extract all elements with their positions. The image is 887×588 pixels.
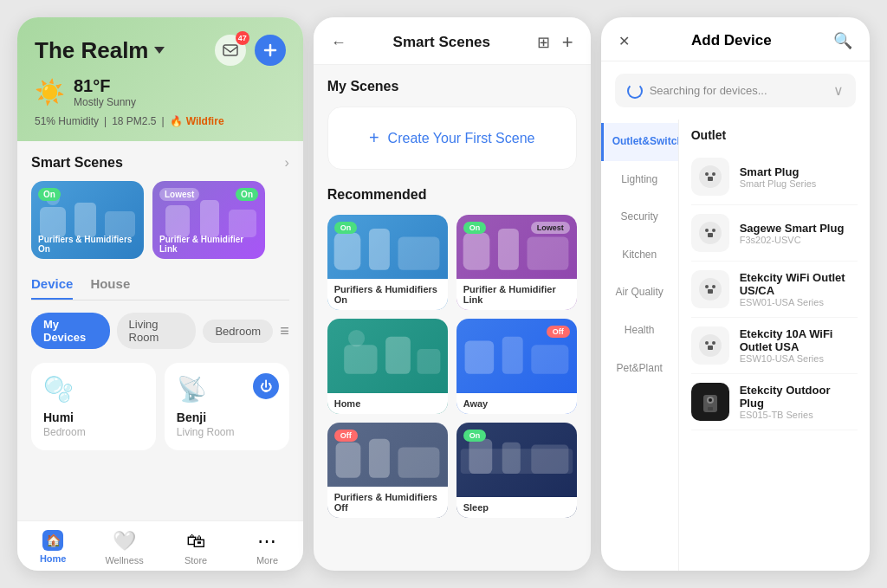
device-list-item-smart-plug[interactable]: Smart Plug Smart Plug Series <box>691 149 858 205</box>
category-air-quality[interactable]: Air Quality <box>601 274 678 312</box>
mail-badge: 47 <box>236 31 249 45</box>
device-list-item-sagewe[interactable]: Sagewe Smart Plug F3s202-USVC <box>691 205 858 262</box>
device-search-button[interactable]: 🔍 <box>833 31 852 50</box>
scene-tag-lowest: Lowest <box>159 188 199 201</box>
nav-more[interactable]: ⋯ More <box>231 530 302 565</box>
scene-thumb-away[interactable]: Off Away <box>456 319 577 414</box>
svg-point-34 <box>705 229 709 232</box>
category-sidebar: Outlet&Switch Lighting Security Kitchen … <box>601 120 679 571</box>
filter-menu-icon[interactable]: ≡ <box>280 322 289 340</box>
svg-point-31 <box>712 172 715 176</box>
svg-rect-15 <box>344 345 377 374</box>
device-etekcity-10a-sub: ESW10-USA Series <box>740 353 858 364</box>
svg-rect-12 <box>463 233 489 270</box>
category-health[interactable]: Health <box>601 312 678 350</box>
create-scene-card[interactable]: + Create Your First Scene <box>327 107 577 170</box>
device-list: Outlet Smart Plug Smart Plug Series <box>679 120 870 571</box>
scenes-arrow-icon[interactable]: › <box>284 155 288 171</box>
scenes-scroll: On Purifiers & Humidifiers On Lowest On … <box>31 181 289 259</box>
scenes-add-icon[interactable]: + <box>562 31 573 54</box>
scene-card-humidifier[interactable]: Lowest On Purifier & Humidifier Link <box>152 181 265 259</box>
category-kitchen[interactable]: Kitchen <box>601 236 678 275</box>
svg-rect-10 <box>369 229 390 270</box>
scene-thumb-purifiers-off[interactable]: Off Purifiers & Humidifiers Off <box>327 423 448 518</box>
tab-house[interactable]: House <box>90 276 130 300</box>
scene-tag-on-sleep: On <box>463 430 487 442</box>
filter-row: My Devices Living Room Bedroom ≡ <box>31 313 289 349</box>
nav-store[interactable]: 🛍 Store <box>160 530 231 565</box>
device-smart-plug-sub: Smart Plug Series <box>740 178 817 189</box>
scenes-back-button[interactable]: ← <box>331 34 346 52</box>
svg-rect-7 <box>200 200 219 237</box>
create-scene-label: Create Your First Scene <box>388 131 535 146</box>
weather-temp: 81°F <box>74 76 136 96</box>
nav-wellness-icon: 🤍 <box>113 530 136 552</box>
scenes-grid: On Purifiers & Humidifiers On Lowest On … <box>327 215 577 518</box>
searching-chevron-icon[interactable]: ∨ <box>833 82 844 99</box>
nav-store-label: Store <box>185 555 207 565</box>
title-chevron-icon[interactable] <box>154 47 165 54</box>
searching-text: Searching for devices... <box>650 84 767 97</box>
device-sagewe-icon <box>691 214 729 252</box>
home-title[interactable]: The Realm <box>35 37 165 64</box>
nav-home-icon: 🏠 <box>42 530 63 551</box>
device-list-item-etekcity-wifi[interactable]: Etekcity WiFi Outlet US/CA ESW01-USA Ser… <box>691 262 858 318</box>
home-header: The Realm 47 <box>17 17 303 141</box>
category-outlet-switch[interactable]: Outlet&Switch <box>601 123 678 161</box>
svg-point-39 <box>712 285 715 288</box>
power-button-benji[interactable]: ⏻ <box>253 373 279 399</box>
scene-thumb-sleep[interactable]: On Sleep <box>456 423 577 518</box>
searching-bar: Searching for devices... ∨ <box>615 74 856 107</box>
nav-home[interactable]: 🏠 Home <box>17 530 88 565</box>
svg-rect-9 <box>333 233 360 270</box>
device-header: ✕ Add Device 🔍 <box>601 17 870 61</box>
nav-store-icon: 🛍 <box>186 530 205 552</box>
nav-wellness-label: Wellness <box>105 555 143 565</box>
filter-bedroom[interactable]: Bedroom <box>203 320 273 343</box>
category-security[interactable]: Security <box>601 198 678 236</box>
my-scenes-label: My Scenes <box>327 79 577 94</box>
device-sagewe-sub: F3s202-USVC <box>740 235 845 245</box>
device-tabs: Device House <box>31 276 289 300</box>
device-card-humi[interactable]: 🫧 Humi Bedroom <box>31 363 156 450</box>
add-button[interactable] <box>255 35 286 66</box>
svg-rect-21 <box>531 345 568 374</box>
scene-thumb-label-1: Purifiers & Humidifiers On <box>327 279 448 310</box>
tab-device[interactable]: Device <box>31 276 73 300</box>
scene-tag-on-2: On <box>463 222 487 234</box>
weather-desc: Mostly Sunny <box>74 96 136 108</box>
device-list-item-outdoor[interactable]: Etekcity Outdoor Plug ES015-TB Series <box>691 374 858 430</box>
smart-scenes-title: Smart Scenes <box>31 155 123 171</box>
mail-button[interactable]: 47 <box>215 35 246 66</box>
svg-rect-0 <box>223 45 237 55</box>
scene-thumb-label-2: Purifier & Humidifier Link <box>456 279 577 310</box>
svg-point-42 <box>705 341 709 345</box>
scene-thumb-purifiers-on[interactable]: On Purifiers & Humidifiers On <box>327 215 448 310</box>
device-outdoor-sub: ES015-TB Series <box>740 410 858 420</box>
device-header-title: Add Device <box>691 32 772 49</box>
scenes-grid-icon[interactable]: ⊞ <box>537 33 550 52</box>
header-icons: 47 <box>215 35 286 66</box>
scene-thumb-home[interactable]: Home <box>327 319 448 414</box>
device-list-item-etekcity-10a[interactable]: Etekcity 10A WiFi Outlet USA ESW10-USA S… <box>691 318 858 374</box>
scene-thumb-humidifier-link[interactable]: Lowest On Purifier & Humidifier Link <box>456 215 577 310</box>
scene-tag-off-away: Off <box>547 326 570 338</box>
device-close-button[interactable]: ✕ <box>618 33 630 49</box>
filter-my-devices[interactable]: My Devices <box>31 313 110 349</box>
weather-icon: ☀️ <box>35 78 65 107</box>
scenes-header-title: Smart Scenes <box>393 34 490 51</box>
category-pet-plant[interactable]: Pet&Plant <box>601 350 678 388</box>
scene-card-purifiers[interactable]: On Purifiers & Humidifiers On <box>31 181 144 259</box>
device-benji-name: Benji <box>177 410 277 424</box>
svg-rect-36 <box>708 233 713 237</box>
svg-rect-28 <box>531 445 568 475</box>
svg-rect-22 <box>335 443 360 478</box>
scene-thumb-label-3: Home <box>327 393 448 414</box>
filter-living-room[interactable]: Living Room <box>117 313 197 349</box>
category-lighting[interactable]: Lighting <box>601 161 678 199</box>
device-card-benji[interactable]: 📡 ⏻ Benji Living Room <box>165 363 289 450</box>
nav-wellness[interactable]: 🤍 Wellness <box>88 530 159 565</box>
scenes-header: ← Smart Scenes ⊞ + <box>314 17 591 65</box>
scene-tag-on: On <box>334 222 358 234</box>
svg-point-18 <box>348 330 365 346</box>
